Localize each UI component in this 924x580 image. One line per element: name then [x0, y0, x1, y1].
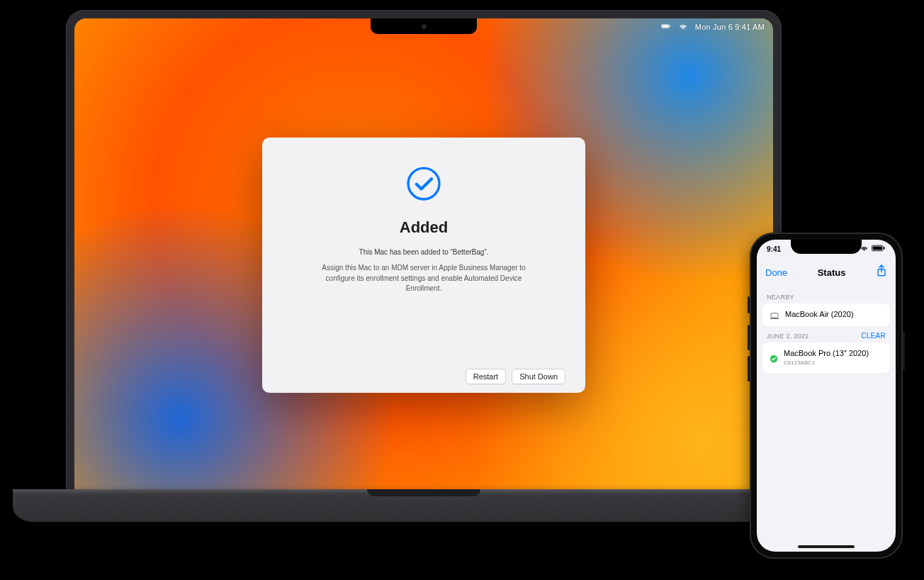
iphone-screen: 9:41 Done Status: [757, 240, 896, 552]
iphone-content: NEARBY MacBook Air (2020) JUNE 2, 2021 C…: [757, 285, 896, 552]
battery-icon: [661, 21, 671, 33]
history-device-row[interactable]: MacBook Pro (13″ 2020) C0123ABC1: [762, 342, 890, 373]
dialog-title: Added: [400, 218, 448, 237]
svg-rect-2: [670, 26, 670, 27]
svg-rect-9: [873, 247, 882, 250]
share-icon: [876, 264, 887, 277]
shutdown-button[interactable]: Shut Down: [512, 369, 565, 384]
nearby-label-text: NEARBY: [767, 294, 794, 301]
nearby-device-row[interactable]: MacBook Air (2020): [762, 303, 890, 326]
history-device-serial: C0123ABC1: [784, 359, 869, 367]
home-indicator[interactable]: [798, 545, 855, 548]
dialog-description: Assign this Mac to an MDM server in Appl…: [307, 263, 541, 294]
section-label-nearby: NEARBY: [757, 288, 896, 303]
dialog-footer: Restart Shut Down: [282, 362, 565, 384]
svg-rect-1: [662, 25, 668, 28]
checkmark-circle-icon: [405, 164, 443, 203]
svg-point-14: [770, 355, 778, 363]
done-button[interactable]: Done: [765, 267, 787, 278]
laptop-icon: [770, 310, 779, 320]
checkmark-circle-icon: [770, 353, 778, 362]
menubar-clock: Mon Jun 6 9:41 AM: [695, 23, 765, 31]
iphone-status-time: 9:41: [767, 245, 781, 253]
dialog-subtitle: This Mac has been added to “BetterBag”.: [359, 248, 489, 256]
clear-button[interactable]: CLEAR: [861, 332, 886, 340]
iphone-nav-header: Done Status: [757, 260, 896, 285]
mac-desktop: Mon Jun 6 9:41 AM Added This Mac has bee…: [74, 18, 773, 489]
nav-title: Status: [818, 267, 846, 278]
share-button[interactable]: [876, 264, 887, 280]
svg-rect-12: [771, 313, 778, 318]
macbook-bezel: Mon Jun 6 9:41 AM Added This Mac has bee…: [66, 10, 782, 492]
svg-rect-13: [770, 318, 779, 319]
svg-point-3: [408, 168, 439, 199]
macbook-base: [13, 489, 835, 522]
svg-rect-10: [884, 247, 885, 249]
mac-notch: [371, 18, 477, 34]
iphone-notch: [791, 240, 862, 254]
wifi-icon: [678, 21, 688, 33]
restart-button[interactable]: Restart: [466, 369, 506, 384]
battery-icon: [872, 245, 886, 253]
iphone-volume-down: [748, 356, 750, 381]
history-date-text: JUNE 2, 2021: [767, 333, 809, 340]
iphone-side-button: [903, 332, 905, 370]
added-dialog: Added This Mac has been added to “Better…: [262, 138, 585, 393]
iphone-volume-up: [748, 325, 750, 350]
history-device-title: MacBook Pro (13″ 2020): [784, 349, 869, 358]
macbook-device: Mon Jun 6 9:41 AM Added This Mac has bee…: [13, 10, 835, 577]
iphone-device: 9:41 Done Status: [750, 233, 903, 559]
nearby-device-title: MacBook Air (2020): [785, 310, 854, 319]
iphone-mute-switch: [748, 296, 750, 313]
section-label-history: JUNE 2, 2021 CLEAR: [757, 326, 896, 342]
